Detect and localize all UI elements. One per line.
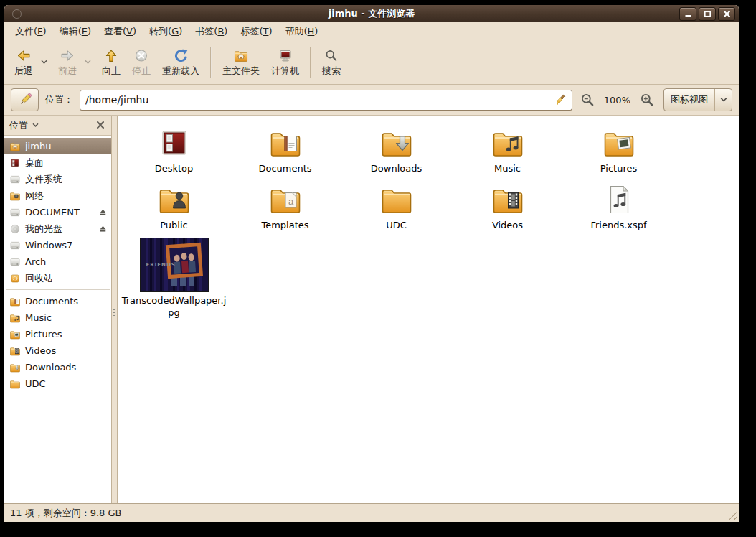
back-button-dropdown[interactable] [39, 46, 49, 79]
toolbar-button-label: 前进 [58, 65, 77, 78]
sidebar-item[interactable]: Arch [4, 253, 111, 270]
file-item[interactable]: Friends.xspf [563, 175, 674, 232]
menu-item-view[interactable]: 查看(V) [98, 23, 143, 40]
menu-item-bookmarks[interactable]: 书签(B) [189, 23, 234, 40]
menu-item-go[interactable]: 转到(G) [143, 23, 189, 40]
stop-button[interactable]: 停止 [126, 46, 156, 79]
sidebar-header-label: 位置 [9, 119, 28, 132]
sidebar-item[interactable]: Documents [4, 293, 111, 309]
file-browser-window: jimhu - 文件浏览器 文件(F)编辑(E)查看(V)转到(G)书签(B)标… [4, 5, 739, 522]
up-button[interactable]: 向上 [96, 46, 126, 79]
stop-icon [133, 48, 150, 63]
menu-item-file[interactable]: 文件(F) [9, 23, 53, 40]
file-item[interactable]: UDC [341, 175, 452, 232]
folder-documents-icon [268, 126, 303, 160]
location-label: 位置： [45, 93, 73, 106]
view-mode-chevron[interactable] [715, 89, 732, 111]
file-item-label: Videos [492, 220, 523, 232]
file-item[interactable]: Videos [452, 175, 563, 232]
menu-item-edit[interactable]: 编辑(E) [53, 23, 98, 40]
sidebar-item[interactable]: 桌面 [4, 154, 111, 171]
reload-button[interactable]: 重新载入 [156, 46, 205, 79]
forward-button[interactable]: 前进 [52, 46, 82, 79]
file-item-icon-wrap [491, 181, 525, 217]
folder-downloads-icon [379, 126, 414, 160]
reload-icon [172, 48, 189, 63]
sidebar-item-label: UDC [25, 378, 46, 389]
folder-videos-icon [491, 182, 525, 217]
sidebar-item-label: 网络 [25, 190, 44, 202]
sidebar-item[interactable]: Windows7 [4, 237, 111, 253]
toolbar-button-label: 计算机 [271, 65, 299, 78]
sidebar-item[interactable]: 网络 [4, 187, 111, 204]
search-button[interactable]: 搜索 [316, 46, 346, 79]
zoom-out-button[interactable] [579, 91, 596, 108]
file-item-label: Templates [261, 220, 308, 232]
sidebar-item[interactable]: Music [4, 309, 111, 326]
home-folder-icon [232, 48, 250, 63]
sidebar-item[interactable]: jimhu [4, 138, 111, 154]
chevron-down-icon [40, 58, 48, 66]
menu-bar: 文件(F)编辑(E)查看(V)转到(G)书签(B)标签(T)帮助(H) [4, 22, 739, 41]
sidebar-item-label: 文件系统 [25, 173, 62, 186]
sidebar-item[interactable]: 我的光盘 [4, 220, 111, 237]
file-item[interactable]: Pictures [563, 118, 674, 175]
sidebar-close-button[interactable] [95, 120, 106, 131]
window-menu-icon[interactable] [12, 9, 22, 19]
forward-icon [59, 48, 76, 63]
maximize-button[interactable] [699, 7, 716, 21]
close-icon [723, 11, 731, 17]
sidebar-item-label: 回收站 [25, 272, 53, 285]
computer-button[interactable]: 计算机 [265, 46, 305, 79]
search-icon [323, 48, 340, 63]
file-item-icon-wrap [268, 181, 303, 217]
sidebar-item[interactable]: DOCUMENT [4, 204, 111, 220]
folder-music-icon [9, 312, 21, 324]
resize-grip[interactable] [728, 511, 737, 520]
menu-item-help[interactable]: 帮助(H) [279, 23, 325, 40]
location-bar: 位置： 100% 图标视图 [4, 85, 739, 115]
sidebar-item[interactable]: Pictures [4, 326, 111, 342]
sidebar-item[interactable]: Downloads [4, 359, 111, 375]
file-item[interactable]: Public [118, 175, 230, 232]
location-input[interactable] [80, 90, 572, 111]
file-item-label: Pictures [600, 163, 637, 175]
sidebar-item-label: Videos [25, 345, 56, 356]
eject-button[interactable] [98, 207, 108, 218]
file-item-icon-wrap [602, 181, 636, 217]
eject-button[interactable] [98, 223, 108, 234]
sidebar-item-label: Music [25, 312, 52, 323]
file-item[interactable]: Music [452, 118, 563, 175]
minimize-button[interactable] [679, 7, 696, 21]
sidebar-item[interactable]: Videos [4, 342, 111, 359]
icon-view[interactable]: DesktopDocumentsDownloadsMusicPicturesPu… [118, 116, 739, 503]
sidebar-item[interactable]: 回收站 [4, 270, 111, 286]
file-item[interactable]: FRIENDSTranscodedWallpaper.jpg [118, 232, 230, 319]
file-item[interactable]: Templates [230, 175, 341, 232]
file-item-label: UDC [386, 220, 407, 232]
view-mode-dropdown[interactable]: 图标视图 [663, 88, 732, 111]
pane-resize-handle[interactable] [111, 116, 118, 503]
window-title: jimhu - 文件浏览器 [4, 7, 739, 20]
back-button[interactable]: 后退 [9, 46, 39, 79]
toggle-location-entry-button[interactable] [11, 88, 39, 111]
sidebar-item[interactable]: 文件系统 [4, 171, 111, 187]
title-bar[interactable]: jimhu - 文件浏览器 [4, 5, 739, 22]
forward-button-dropdown[interactable] [82, 46, 93, 79]
minimize-icon [684, 11, 692, 17]
playlist-icon [602, 182, 636, 217]
brush-icon[interactable] [555, 93, 568, 106]
close-button[interactable] [718, 7, 735, 21]
sidebar-header[interactable]: 位置 [4, 116, 111, 136]
menu-item-tabs[interactable]: 标签(T) [234, 23, 278, 40]
file-item[interactable]: Desktop [118, 118, 230, 175]
home-button[interactable]: 主文件夹 [217, 46, 265, 79]
file-item[interactable]: Downloads [341, 118, 452, 175]
grip-icon [113, 307, 115, 316]
status-bar: 11 项，剩余空间：9.8 GB [4, 503, 739, 522]
zoom-in-button[interactable] [638, 91, 656, 108]
file-item[interactable]: Documents [230, 118, 341, 175]
zoom-level: 100% [604, 95, 630, 106]
cd-icon [9, 223, 21, 235]
sidebar-item[interactable]: UDC [4, 375, 111, 392]
